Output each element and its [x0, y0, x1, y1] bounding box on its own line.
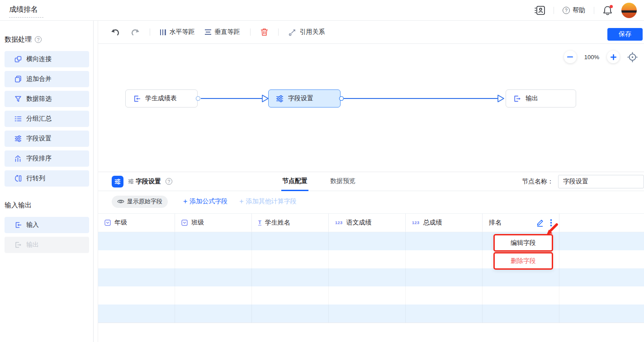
notification-bell-icon[interactable] — [603, 5, 613, 15]
topbar-actions: ? 帮助 — [535, 0, 637, 21]
link-label: 添加公式字段 — [189, 197, 227, 206]
button-label: 水平等距 — [170, 28, 195, 36]
table-header-row: 年级 班级 T 学生姓名 123 语文成绩 — [98, 213, 644, 232]
horizontal-spacing-button[interactable]: 水平等距 — [160, 28, 195, 36]
annotation-box: 编辑字段 — [493, 234, 553, 252]
tab-data-preview[interactable]: 数据预览 — [329, 172, 356, 191]
redo-icon[interactable] — [130, 28, 140, 36]
flow-canvas[interactable]: 100% 学生成绩表 — [98, 44, 644, 172]
table-bottom-border — [98, 323, 644, 323]
notification-dot — [610, 5, 613, 8]
avatar[interactable] — [621, 3, 637, 18]
field-options-menu: 编辑字段 删除字段 — [493, 234, 553, 270]
menu-item-delete-field[interactable]: 删除字段 — [495, 253, 552, 268]
section-title: 输入输出 — [5, 201, 32, 210]
sidebar: 数据处理 ? 横向连接 追加合并 数据筛选 — [0, 21, 94, 342]
canvas-toolbar: 水平等距 垂直等距 引用关系 保存 — [98, 21, 644, 44]
help-circle-icon[interactable]: ? — [35, 36, 42, 43]
node-name-group: 节点名称： — [522, 172, 644, 191]
sidebar-item-label: 输入 — [26, 221, 39, 229]
mini-sliders-icon — [128, 178, 134, 184]
text-field-icon: T — [258, 220, 261, 225]
column-label: 排名 — [489, 219, 502, 227]
column-header-chinese-score[interactable]: 123 语文成绩 — [329, 214, 406, 232]
save-button[interactable]: 保存 — [607, 28, 643, 41]
node-student-scores[interactable]: 学生成绩表 — [125, 89, 198, 108]
panel-tabs: 节点配置 数据预览 — [281, 172, 356, 191]
column-header-student-name[interactable]: T 学生姓名 — [252, 214, 329, 232]
locate-center-icon[interactable] — [627, 52, 638, 62]
sidebar-item-append-merge[interactable]: 追加合并 — [5, 71, 89, 87]
sidebar-item-label: 行转列 — [26, 174, 45, 183]
divider — [594, 7, 594, 14]
column-label: 班级 — [191, 219, 204, 227]
help-circle-icon[interactable]: ? — [166, 178, 172, 185]
edit-pencil-icon[interactable] — [536, 219, 544, 227]
button-label: 显示原始字段 — [127, 197, 162, 206]
menu-item-edit-field[interactable]: 编辑字段 — [495, 235, 552, 250]
column-header-total-score[interactable]: 123 总成绩 — [406, 214, 483, 232]
column-label: 学生姓名 — [265, 219, 290, 227]
main-area: 水平等距 垂直等距 引用关系 保存 — [98, 21, 644, 342]
number-field-icon: 123 — [412, 220, 420, 225]
divider — [554, 7, 554, 14]
sidebar-item-field-settings[interactable]: 字段设置 — [5, 131, 89, 147]
field-settings-node-icon — [112, 176, 123, 187]
add-formula-field-button[interactable]: + 添加公式字段 — [183, 197, 227, 206]
contacts-icon[interactable] — [535, 6, 545, 15]
append-icon — [14, 75, 22, 83]
help-button[interactable]: ? 帮助 — [563, 6, 585, 14]
node-name-label: 节点名称： — [522, 178, 554, 186]
column-header-filler — [559, 214, 644, 232]
flow-edges-svg — [98, 44, 644, 172]
trash-icon — [260, 28, 268, 36]
question-icon: ? — [563, 7, 570, 14]
link-label: 添加其他计算字段 — [246, 197, 297, 206]
sidebar-item-row-to-column[interactable]: 行转列 — [5, 170, 89, 187]
table-row — [98, 268, 644, 286]
column-label: 总成绩 — [423, 219, 442, 227]
tab-node-config[interactable]: 节点配置 — [281, 172, 308, 191]
column-label: 年级 — [114, 219, 127, 227]
zoom-out-button[interactable] — [564, 51, 577, 63]
zoom-controls: 100% — [564, 51, 638, 63]
sidebar-item-field-sort[interactable]: 字段排序 — [5, 150, 89, 167]
divider — [250, 28, 251, 36]
select-field-icon — [104, 220, 111, 226]
table-row — [98, 286, 644, 305]
horizontal-spacing-icon — [160, 29, 166, 35]
vertical-spacing-icon — [205, 29, 211, 35]
divider — [278, 28, 279, 36]
add-other-calculated-field-button: + 添加其他计算字段 — [239, 197, 296, 206]
sidebar-item-label: 字段设置 — [26, 135, 52, 143]
annotation-arrow — [545, 223, 559, 236]
document-title[interactable]: 成绩排名 — [9, 5, 43, 18]
table-row — [98, 305, 644, 323]
sidebar-item-horizontal-join[interactable]: 横向连接 — [5, 51, 89, 67]
show-original-fields-button[interactable]: 显示原始字段 — [112, 196, 168, 208]
sidebar-item-group-summary[interactable]: 分组汇总 — [5, 111, 89, 127]
annotation-box: 删除字段 — [493, 252, 553, 270]
vertical-spacing-button[interactable]: 垂直等距 — [205, 28, 240, 36]
reference-relations-button[interactable]: 引用关系 — [289, 28, 325, 36]
node-field-settings[interactable]: 字段设置 — [268, 89, 341, 108]
node-label: 输出 — [526, 94, 538, 103]
sidebar-item-label: 追加合并 — [26, 75, 52, 83]
column-header-grade[interactable]: 年级 — [98, 214, 175, 232]
zoom-in-button[interactable] — [607, 51, 620, 63]
sidebar-section-input-output: 输入输出 — [5, 201, 89, 210]
eye-icon — [117, 199, 124, 204]
node-name-input[interactable] — [558, 175, 644, 188]
panel-title-text: 字段设置 — [136, 178, 161, 186]
pivot-icon — [14, 175, 22, 182]
sidebar-item-data-filter[interactable]: 数据筛选 — [5, 91, 89, 107]
delete-node-button[interactable] — [260, 28, 268, 36]
sliders-icon — [276, 95, 284, 103]
input-icon — [133, 95, 141, 103]
sidebar-section-data-processing: 数据处理 ? — [5, 35, 89, 44]
table-row — [98, 232, 644, 250]
node-output[interactable]: 输出 — [506, 89, 576, 108]
sidebar-item-input[interactable]: 输入 — [5, 217, 89, 233]
column-header-class[interactable]: 班级 — [175, 214, 252, 232]
undo-icon[interactable] — [111, 28, 120, 36]
